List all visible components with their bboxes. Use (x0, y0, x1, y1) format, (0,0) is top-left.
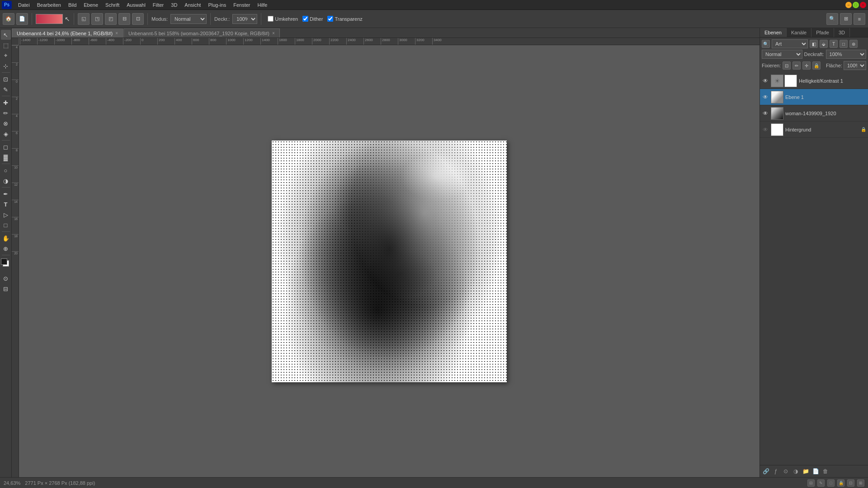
panel-tab-pfade[interactable]: Pfade (811, 28, 834, 37)
menu-plugins[interactable]: Plug-ins (204, 1, 230, 9)
deckraft-panel-select[interactable]: 100% (826, 50, 867, 59)
modus-select[interactable]: Normal (170, 14, 207, 24)
eyedropper-button[interactable]: ✎ (1, 84, 11, 94)
status-icon-1[interactable]: ⊟ (807, 479, 815, 487)
workspace-icon[interactable]: ≡ (854, 13, 865, 25)
brush-tool-button[interactable]: ✏ (1, 108, 11, 118)
smart-filter-icon[interactable]: ⊛ (849, 40, 858, 48)
menu-bild[interactable]: Bild (65, 1, 80, 9)
dodge-tool-button[interactable]: ◑ (1, 176, 11, 186)
layer-item-background[interactable]: 👁 Hintergrund 🔒 (760, 122, 868, 138)
new-group-icon[interactable]: 📁 (802, 467, 810, 475)
lock-draw-icon[interactable]: ✏ (793, 61, 801, 70)
pen-tool-button[interactable]: ✒ (1, 189, 11, 199)
lasso-tool-button[interactable]: ⌖ (1, 51, 11, 61)
tool-option-2[interactable]: ◳ (91, 13, 103, 25)
move-tool-button[interactable]: ↖ (1, 30, 11, 40)
lock-position-icon[interactable]: ⊡ (783, 61, 791, 70)
add-mask-icon[interactable]: ⊙ (782, 467, 790, 475)
menu-ansicht[interactable]: Ansicht (181, 1, 204, 9)
layer-visibility-background[interactable]: 👁 (762, 126, 769, 133)
new-adjustment-icon[interactable]: ◑ (792, 467, 800, 475)
tool-option-1[interactable]: ◱ (78, 13, 90, 25)
transparenz-checkbox[interactable]: Transparenz (327, 16, 362, 22)
clone-stamp-button[interactable]: ⊗ (1, 118, 11, 128)
blur-tool-button[interactable]: ○ (1, 165, 11, 175)
link-layers-icon[interactable]: 🔗 (762, 467, 770, 475)
foreground-color-swatch[interactable] (1, 258, 7, 265)
deckraft-select[interactable]: 100% (232, 14, 257, 24)
menu-ebene[interactable]: Ebene (80, 1, 102, 9)
menu-schrift[interactable]: Schrift (102, 1, 123, 9)
maximize-button[interactable]: □ (853, 2, 859, 8)
menu-hilfe[interactable]: Hilfe (254, 1, 271, 9)
status-icon-4[interactable]: 🔒 (837, 479, 844, 487)
status-icon-3[interactable]: □ (827, 479, 835, 487)
status-icon-6[interactable]: ⊞ (857, 479, 864, 487)
new-doc-icon[interactable]: 📄 (16, 13, 28, 25)
tab-document-1[interactable]: Unbenannt-4 bei 24,6% (Ebene 1, RGB/8#) … (12, 28, 123, 38)
menu-bearbeiten[interactable]: Bearbeiten (33, 1, 65, 9)
status-icon-5[interactable]: ⊡ (847, 479, 854, 487)
tab-close-2[interactable]: × (272, 31, 275, 36)
quick-mask-button[interactable]: ⊙ (1, 273, 11, 283)
menu-3d[interactable]: 3D (167, 1, 181, 9)
lock-move-icon[interactable]: ✛ (802, 61, 811, 70)
filter-kind-icon[interactable]: 🔍 (762, 40, 770, 48)
lock-all-icon[interactable]: 🔒 (812, 61, 821, 70)
tab-document-2[interactable]: Unbenannt-5 bei 158% (woman-2003647_1920… (123, 28, 280, 38)
flaeche-select[interactable]: 100% (844, 61, 866, 70)
umkehren-checkbox[interactable]: Umkehren (268, 16, 298, 22)
path-selection-button[interactable]: ▷ (1, 210, 11, 220)
pixel-icon[interactable]: ◧ (810, 40, 818, 48)
adjustment-icon[interactable]: ⬙ (820, 40, 828, 48)
close-button[interactable]: × (860, 2, 866, 8)
v-ruler-mark: 20 (12, 251, 19, 268)
eraser-button[interactable]: ◻ (1, 142, 11, 152)
zoom-tool-button[interactable]: ⊕ (1, 244, 11, 253)
layer-visibility-eye[interactable]: 👁 (762, 77, 769, 84)
menu-fenster[interactable]: Fenster (230, 1, 254, 9)
panel-tab-kanaele[interactable]: Kanäle (787, 28, 811, 37)
type-tool-button[interactable]: T (1, 199, 11, 209)
new-layer-icon[interactable]: 📄 (811, 467, 820, 475)
crop-tool-button[interactable]: ⊡ (1, 74, 11, 84)
quick-select-button[interactable]: ⊹ (1, 61, 11, 71)
shape-tool-button[interactable]: □ (1, 220, 11, 230)
home-icon[interactable]: 🏠 (3, 13, 14, 25)
art-select[interactable]: Art (772, 39, 808, 48)
layer-item-adjustment[interactable]: 👁 ☀ Helligkeit/Kontrast 1 (760, 73, 868, 89)
menu-datei[interactable]: Datei (14, 1, 33, 9)
marquee-tool-button[interactable]: ⬚ (1, 40, 11, 50)
search-icon[interactable]: 🔍 (826, 13, 838, 25)
panel-tab-ebenen[interactable]: Ebenen (760, 28, 787, 37)
type-icon[interactable]: T (830, 40, 838, 48)
layer-item-ebene1[interactable]: 👁 Ebene 1 (760, 89, 868, 105)
layer-item-photo[interactable]: 👁 woman-1439909_1920 (760, 105, 868, 122)
dither-checkbox[interactable]: Dither (302, 16, 323, 22)
minimize-button[interactable]: − (845, 2, 852, 8)
blend-mode-select[interactable]: Normal (762, 50, 802, 59)
tool-option-4[interactable]: ⊟ (118, 13, 130, 25)
status-icon-2[interactable]: ✎ (817, 479, 825, 487)
history-brush-button[interactable]: ◈ (1, 129, 11, 139)
tool-option-3[interactable]: ◰ (105, 13, 117, 25)
menu-filter[interactable]: Filter (149, 1, 167, 9)
hand-tool-button[interactable]: ✋ (1, 233, 11, 243)
gradient-fill-button[interactable]: ▓ (1, 152, 11, 162)
tool-option-5[interactable]: ⊡ (132, 13, 144, 25)
arrange-icon[interactable]: ⊞ (840, 13, 852, 25)
canvas-content[interactable] (19, 45, 760, 477)
add-style-icon[interactable]: ƒ (772, 467, 780, 475)
screen-mode-button[interactable]: ⊟ (1, 284, 11, 294)
layer-visibility-ebene1[interactable]: 👁 (762, 94, 769, 101)
menu-auswahl[interactable]: Auswahl (123, 1, 149, 9)
shape-icon[interactable]: □ (840, 40, 848, 48)
tab-close-1[interactable]: × (115, 31, 118, 36)
panel-tab-3d[interactable]: 3D (834, 28, 850, 37)
layer-visibility-photo[interactable]: 👁 (762, 110, 769, 117)
delete-layer-icon[interactable]: 🗑 (821, 467, 830, 475)
gradient-preview[interactable] (36, 14, 63, 24)
layer-mask-thumb (784, 75, 797, 87)
healing-brush-button[interactable]: ✚ (1, 98, 11, 108)
